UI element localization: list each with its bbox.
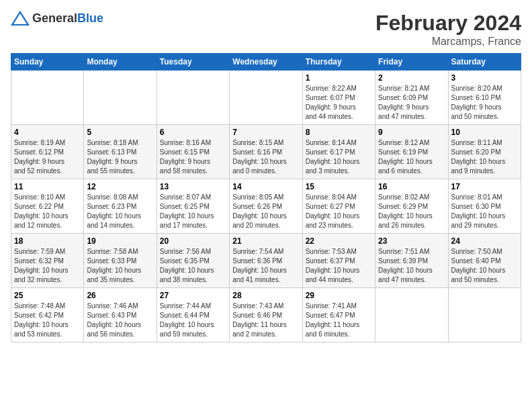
calendar-week-3: 11Sunrise: 8:10 AM Sunset: 6:22 PM Dayli… (11, 179, 521, 234)
day-info: Sunrise: 8:12 AM Sunset: 6:19 PM Dayligh… (378, 138, 445, 176)
calendar-cell: 6Sunrise: 8:16 AM Sunset: 6:15 PM Daylig… (157, 125, 229, 179)
column-header-thursday: Thursday (302, 54, 375, 71)
day-number: 10 (451, 128, 518, 137)
calendar-cell: 21Sunrise: 7:54 AM Sunset: 6:36 PM Dayli… (230, 234, 302, 288)
day-number: 8 (306, 128, 372, 137)
day-info: Sunrise: 8:14 AM Sunset: 6:17 PM Dayligh… (306, 138, 372, 176)
day-info: Sunrise: 7:56 AM Sunset: 6:35 PM Dayligh… (160, 247, 226, 285)
day-info: Sunrise: 7:44 AM Sunset: 6:44 PM Dayligh… (160, 302, 226, 339)
day-number: 28 (232, 291, 299, 300)
column-header-wednesday: Wednesday (230, 54, 302, 71)
day-number: 9 (378, 128, 445, 137)
calendar-cell: 2Sunrise: 8:21 AM Sunset: 6:09 PM Daylig… (375, 71, 448, 125)
calendar-cell: 12Sunrise: 8:08 AM Sunset: 6:23 PM Dayli… (84, 179, 157, 234)
calendar-cell (230, 71, 302, 125)
day-info: Sunrise: 7:54 AM Sunset: 6:36 PM Dayligh… (232, 247, 299, 285)
calendar-cell: 20Sunrise: 7:56 AM Sunset: 6:35 PM Dayli… (157, 234, 229, 288)
day-number: 19 (87, 236, 153, 246)
calendar-cell: 28Sunrise: 7:43 AM Sunset: 6:46 PM Dayli… (230, 288, 302, 342)
calendar-cell: 3Sunrise: 8:20 AM Sunset: 6:10 PM Daylig… (448, 71, 521, 125)
calendar-cell (157, 71, 229, 125)
column-header-tuesday: Tuesday (157, 54, 229, 71)
day-info: Sunrise: 7:58 AM Sunset: 6:33 PM Dayligh… (87, 247, 153, 285)
calendar-cell: 19Sunrise: 7:58 AM Sunset: 6:33 PM Dayli… (84, 234, 157, 288)
logo-icon (11, 11, 30, 26)
day-number: 11 (14, 182, 81, 191)
day-info: Sunrise: 8:02 AM Sunset: 6:29 PM Dayligh… (378, 193, 445, 230)
day-info: Sunrise: 8:04 AM Sunset: 6:27 PM Dayligh… (306, 193, 372, 230)
calendar-cell: 24Sunrise: 7:50 AM Sunset: 6:40 PM Dayli… (448, 234, 521, 288)
month-year-title: February 2024 (375, 11, 521, 36)
day-info: Sunrise: 8:08 AM Sunset: 6:23 PM Dayligh… (87, 193, 153, 230)
day-info: Sunrise: 8:19 AM Sunset: 6:12 PM Dayligh… (14, 138, 81, 176)
calendar-header-row: SundayMondayTuesdayWednesdayThursdayFrid… (11, 54, 521, 71)
day-info: Sunrise: 8:15 AM Sunset: 6:16 PM Dayligh… (232, 138, 299, 176)
logo: GeneralBlue (11, 11, 103, 26)
calendar-cell (11, 71, 84, 125)
calendar-cell: 17Sunrise: 8:01 AM Sunset: 6:30 PM Dayli… (448, 179, 521, 234)
day-number: 29 (306, 291, 372, 300)
day-number: 23 (378, 236, 445, 246)
calendar-cell: 13Sunrise: 8:07 AM Sunset: 6:25 PM Dayli… (157, 179, 229, 234)
calendar-cell: 4Sunrise: 8:19 AM Sunset: 6:12 PM Daylig… (11, 125, 84, 179)
day-info: Sunrise: 8:05 AM Sunset: 6:26 PM Dayligh… (232, 193, 299, 230)
day-number: 18 (14, 236, 81, 246)
day-info: Sunrise: 7:59 AM Sunset: 6:32 PM Dayligh… (14, 247, 81, 285)
day-number: 7 (232, 128, 299, 137)
day-info: Sunrise: 7:50 AM Sunset: 6:40 PM Dayligh… (451, 247, 518, 285)
day-info: Sunrise: 7:51 AM Sunset: 6:39 PM Dayligh… (378, 247, 445, 285)
title-block: February 2024 Marcamps, France (375, 11, 521, 48)
day-info: Sunrise: 7:53 AM Sunset: 6:37 PM Dayligh… (306, 247, 372, 285)
column-header-saturday: Saturday (448, 54, 521, 71)
day-number: 25 (14, 291, 81, 300)
day-info: Sunrise: 8:20 AM Sunset: 6:10 PM Dayligh… (451, 84, 518, 122)
day-info: Sunrise: 7:43 AM Sunset: 6:46 PM Dayligh… (232, 302, 299, 339)
day-number: 1 (306, 73, 372, 83)
calendar-week-5: 25Sunrise: 7:48 AM Sunset: 6:42 PM Dayli… (11, 288, 521, 342)
day-number: 26 (87, 291, 153, 300)
calendar-cell: 1Sunrise: 8:22 AM Sunset: 6:07 PM Daylig… (302, 71, 375, 125)
day-number: 5 (87, 128, 153, 137)
day-info: Sunrise: 7:41 AM Sunset: 6:47 PM Dayligh… (306, 302, 372, 339)
column-header-friday: Friday (375, 54, 448, 71)
day-number: 24 (451, 236, 518, 246)
calendar-week-4: 18Sunrise: 7:59 AM Sunset: 6:32 PM Dayli… (11, 234, 521, 288)
day-number: 16 (378, 182, 445, 191)
calendar-cell: 18Sunrise: 7:59 AM Sunset: 6:32 PM Dayli… (11, 234, 84, 288)
day-number: 14 (232, 182, 299, 191)
day-info: Sunrise: 8:10 AM Sunset: 6:22 PM Dayligh… (14, 193, 81, 230)
calendar-cell: 22Sunrise: 7:53 AM Sunset: 6:37 PM Dayli… (302, 234, 375, 288)
day-number: 20 (160, 236, 226, 246)
calendar-cell: 16Sunrise: 8:02 AM Sunset: 6:29 PM Dayli… (375, 179, 448, 234)
day-info: Sunrise: 7:48 AM Sunset: 6:42 PM Dayligh… (14, 302, 81, 339)
day-number: 21 (232, 236, 299, 246)
calendar-cell (84, 71, 157, 125)
day-info: Sunrise: 7:46 AM Sunset: 6:43 PM Dayligh… (87, 302, 153, 339)
calendar-cell (448, 288, 521, 342)
calendar-cell: 25Sunrise: 7:48 AM Sunset: 6:42 PM Dayli… (11, 288, 84, 342)
day-number: 2 (378, 73, 445, 83)
day-number: 6 (160, 128, 226, 137)
calendar-cell: 14Sunrise: 8:05 AM Sunset: 6:26 PM Dayli… (230, 179, 302, 234)
calendar-cell: 5Sunrise: 8:18 AM Sunset: 6:13 PM Daylig… (84, 125, 157, 179)
calendar-cell: 10Sunrise: 8:11 AM Sunset: 6:20 PM Dayli… (448, 125, 521, 179)
logo-blue-text: Blue (77, 11, 103, 25)
calendar-cell: 29Sunrise: 7:41 AM Sunset: 6:47 PM Dayli… (302, 288, 375, 342)
location-subtitle: Marcamps, France (375, 36, 521, 48)
calendar-cell: 11Sunrise: 8:10 AM Sunset: 6:22 PM Dayli… (11, 179, 84, 234)
calendar-week-1: 1Sunrise: 8:22 AM Sunset: 6:07 PM Daylig… (11, 71, 521, 125)
calendar-cell: 23Sunrise: 7:51 AM Sunset: 6:39 PM Dayli… (375, 234, 448, 288)
page-header: GeneralBlue February 2024 Marcamps, Fran… (11, 11, 521, 48)
day-info: Sunrise: 8:01 AM Sunset: 6:30 PM Dayligh… (451, 193, 518, 230)
day-number: 12 (87, 182, 153, 191)
day-info: Sunrise: 8:21 AM Sunset: 6:09 PM Dayligh… (378, 84, 445, 122)
day-info: Sunrise: 8:22 AM Sunset: 6:07 PM Dayligh… (306, 84, 372, 122)
logo-general-text: General (32, 11, 77, 25)
calendar-table: SundayMondayTuesdayWednesdayThursdayFrid… (11, 53, 521, 342)
calendar-cell: 27Sunrise: 7:44 AM Sunset: 6:44 PM Dayli… (157, 288, 229, 342)
column-header-sunday: Sunday (11, 54, 84, 71)
day-info: Sunrise: 8:07 AM Sunset: 6:25 PM Dayligh… (160, 193, 226, 230)
calendar-cell: 7Sunrise: 8:15 AM Sunset: 6:16 PM Daylig… (230, 125, 302, 179)
day-number: 15 (306, 182, 372, 191)
calendar-cell: 26Sunrise: 7:46 AM Sunset: 6:43 PM Dayli… (84, 288, 157, 342)
